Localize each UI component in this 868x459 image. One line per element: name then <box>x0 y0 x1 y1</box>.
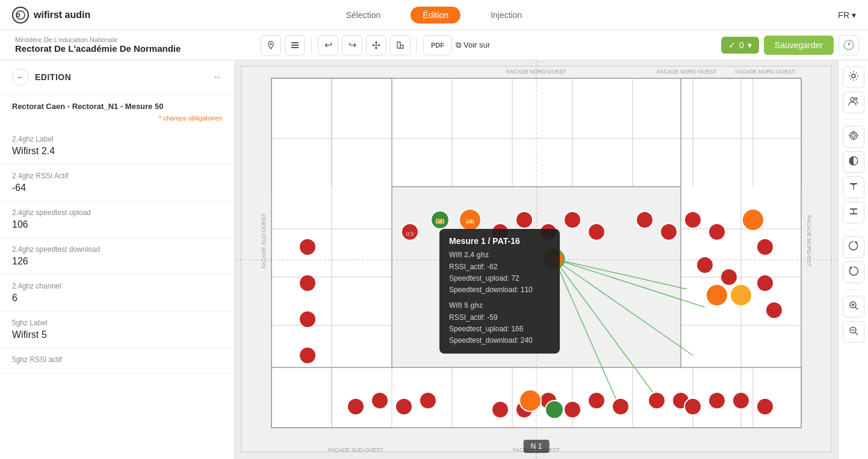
sidebar-header: ← EDITION ↔ <box>0 60 234 95</box>
svg-point-76 <box>706 284 728 306</box>
svg-point-89 <box>708 392 725 409</box>
field-label-24ghz-label: 2.4ghz Label <box>12 135 222 143</box>
toolbar-title-area: Ministère De L'education Nationale Recto… <box>9 36 244 54</box>
main-toolbar: Ministère De L'education Nationale Recto… <box>0 30 868 60</box>
tooltip-wifi5-title: Wifi 5 ghz <box>449 301 550 310</box>
floor-label: N 1 <box>524 440 550 453</box>
users-btn[interactable] <box>843 92 864 113</box>
record-title: Rectorat Caen - Rectorat_N1 - Mesure 50 <box>0 95 234 113</box>
separator-1 <box>311 38 312 52</box>
svg-point-0 <box>16 11 25 19</box>
svg-rect-3 <box>291 42 299 43</box>
settings-icon <box>848 70 859 84</box>
dropdown-arrow-icon: ▾ <box>748 40 752 50</box>
svg-marker-116 <box>854 241 858 243</box>
field-label-24ghz-upload: 2.4ghz speedtest upload <box>12 208 222 217</box>
field-value-5ghz-label: Wifirst 5 <box>12 329 222 340</box>
contrast-btn[interactable] <box>843 151 864 173</box>
svg-point-62 <box>636 211 653 228</box>
align-top-btn[interactable] <box>843 176 864 198</box>
back-button[interactable]: ← <box>12 69 29 86</box>
svg-point-93 <box>371 392 388 409</box>
field-label-5ghz-label: 5ghz Label <box>12 319 222 327</box>
svg-point-1 <box>17 13 20 16</box>
svg-point-72 <box>757 275 773 292</box>
redo-btn[interactable]: ↪ <box>342 35 362 55</box>
toolbar-tools: ↩ ↪ PDF ⧉ Voir sur <box>249 35 716 55</box>
map-tooltip: Mesure 1 / PAT-16 Wifi 2.4 ghz RSSI_acti… <box>439 229 560 354</box>
pdf-icon: PDF <box>431 42 444 49</box>
field-24ghz-label: 2.4ghz Label Wifirst 2.4 <box>0 128 234 164</box>
rotate-ccw-btn[interactable] <box>843 261 864 283</box>
svg-point-75 <box>721 269 737 286</box>
tab-selection[interactable]: Sélection <box>334 7 393 23</box>
back-arrow-icon: ← <box>16 72 25 82</box>
field-24ghz-rssi: 2.4ghz RSSI Actif -64 <box>0 164 234 201</box>
svg-rect-5 <box>291 47 299 48</box>
field-value-24ghz-upload: 106 <box>12 219 222 230</box>
svg-text:📶: 📶 <box>467 218 473 224</box>
svg-point-81 <box>564 401 581 418</box>
svg-point-71 <box>757 239 773 255</box>
tooltip-title: Mesure 1 / PAT-16 <box>449 236 550 246</box>
map-area[interactable]: FACADE NORD-OUEST FACADE NORD-OUEST FACA… <box>235 60 838 459</box>
tooltip-upload-5: Speedtest_upload: 166 <box>449 323 550 335</box>
svg-point-102 <box>855 98 857 100</box>
history-btn[interactable]: 🕐 <box>839 35 859 55</box>
field-label-5ghz-rssi: 5ghz RSSI actif <box>12 355 222 364</box>
crop-btn[interactable] <box>390 35 411 55</box>
field-value-24ghz-channel: 6 <box>12 293 222 304</box>
distribute-btn[interactable] <box>843 202 864 223</box>
tab-injection[interactable]: Injection <box>479 7 534 23</box>
separator-2 <box>417 38 417 52</box>
settings-btn[interactable] <box>843 66 864 88</box>
svg-text:FACADE NORD-EST: FACADE NORD-EST <box>806 215 812 267</box>
field-24ghz-download: 2.4ghz speedtest download 126 <box>0 238 234 275</box>
check-icon: ✓ <box>728 40 736 50</box>
field-value-24ghz-label: Wifirst 2.4 <box>12 146 222 157</box>
svg-text:FACADE SUD-OUEST: FACADE SUD-OUEST <box>328 447 383 453</box>
tooltip-download-5: Speedtest_download: 240 <box>449 335 550 346</box>
field-24ghz-upload: 2.4ghz speedtest upload 106 <box>0 201 234 238</box>
svg-line-119 <box>855 307 858 310</box>
logo-icon <box>12 7 29 23</box>
voir-sur-btn[interactable]: ⧉ Voir sur <box>456 40 490 50</box>
project-title: Rectorat De L'académie De Normandie <box>15 43 244 54</box>
field-label-24ghz-rssi: 2.4ghz RSSI Actif <box>12 172 222 180</box>
ministry-label: Ministère De L'education Nationale <box>15 36 244 43</box>
svg-point-100 <box>852 74 855 78</box>
zoom-out-btn[interactable] <box>843 321 864 343</box>
save-button[interactable]: Sauvegarder <box>764 36 834 55</box>
svg-point-60 <box>564 211 581 228</box>
required-note: * champs obligatoires <box>0 113 234 128</box>
zoom-in-btn[interactable] <box>843 296 864 317</box>
lang-selector[interactable]: FR ▾ <box>838 10 856 20</box>
rotate-cw-btn[interactable] <box>843 236 864 258</box>
right-sep-2 <box>845 230 863 230</box>
svg-point-95 <box>420 392 436 409</box>
map-pin-btn[interactable] <box>261 35 281 55</box>
list-view-btn[interactable] <box>285 35 305 55</box>
svg-marker-117 <box>849 266 853 268</box>
svg-rect-114 <box>850 213 857 214</box>
svg-point-78 <box>492 401 509 418</box>
status-btn[interactable]: ✓ 0 ▾ <box>721 37 759 54</box>
svg-point-67 <box>299 239 316 255</box>
nav-arrow-icon[interactable]: ↔ <box>212 72 222 83</box>
right-sep-1 <box>845 119 863 120</box>
pdf-btn[interactable]: PDF <box>423 35 452 55</box>
svg-point-66 <box>742 209 764 231</box>
undo-btn[interactable]: ↩ <box>318 35 338 55</box>
target-btn[interactable] <box>843 126 864 148</box>
right-panel <box>838 60 868 459</box>
map-canvas: FACADE NORD-OUEST FACADE NORD-OUEST FACA… <box>235 60 838 459</box>
svg-point-74 <box>696 257 713 273</box>
svg-point-64 <box>684 211 701 228</box>
field-5ghz-label: 5ghz Label Wifirst 5 <box>0 311 234 348</box>
svg-rect-4 <box>291 45 299 46</box>
sidebar-title: EDITION <box>35 72 71 82</box>
move-btn[interactable] <box>366 35 386 55</box>
svg-text:FACADE NORD-OUEST: FACADE NORD-OUEST <box>735 69 795 75</box>
svg-point-2 <box>270 43 272 45</box>
tab-edition[interactable]: Édition <box>411 7 460 23</box>
